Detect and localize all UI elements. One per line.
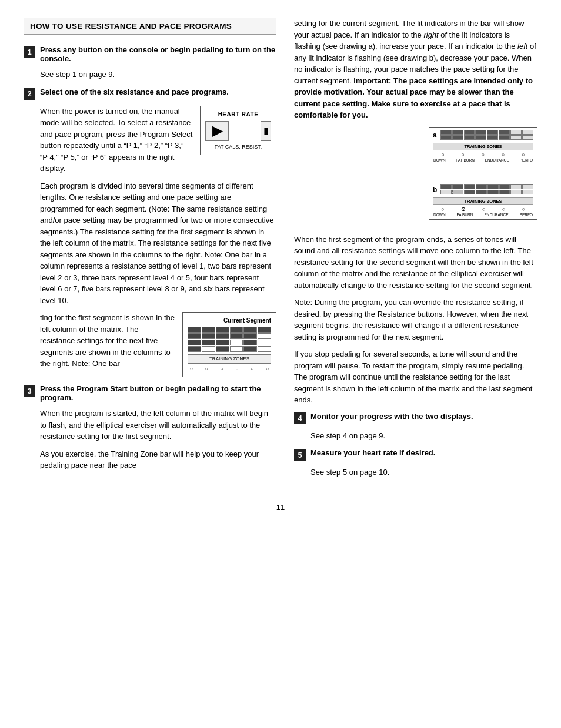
step-5-title: Measure your heart rate if desired.	[310, 448, 435, 457]
fig-a-grid-container	[440, 130, 533, 141]
step-2-para2: Each program is divided into several tim…	[40, 180, 276, 307]
tz-cell	[487, 130, 498, 135]
matrix-cell	[202, 327, 215, 333]
section-header: HOW TO USE RESISTANCE AND PACE PROGRAMS	[24, 18, 276, 35]
tz-cell	[440, 184, 452, 189]
tz-cell	[510, 130, 522, 135]
training-zones-bar: TRAINING ZONES	[188, 354, 271, 364]
fig-a-dots: ○○○○○	[433, 151, 533, 158]
matrix-inline-figure: ting for the first segment is shown in t…	[40, 312, 276, 377]
matrix-cell	[202, 333, 215, 339]
matrix-cell	[202, 340, 215, 345]
step-3-para4: Note: During the program, you can overri…	[294, 297, 537, 343]
right-intro-text: setting for the current segment. The lit…	[294, 18, 537, 121]
tz-cell	[487, 184, 499, 189]
tz-cell	[510, 184, 522, 189]
heart-rate-figure: HEART RATE ▶ ▮ FAT CALS. RESIST.	[200, 106, 276, 156]
matrix-cell	[243, 327, 257, 333]
tz-cell	[476, 190, 487, 194]
matrix-cell	[258, 333, 271, 339]
tz-cell	[476, 184, 487, 189]
zone-label-perfo-b: PERFO	[520, 213, 533, 217]
right-figures: a	[294, 127, 537, 228]
step-3-body-left: When the program is started, the left co…	[40, 408, 276, 471]
tz-cell	[499, 184, 510, 189]
matrix-cell	[230, 340, 243, 345]
matrix-inline-text: ting for the first segment is shown in t…	[40, 312, 175, 370]
right-display: ▮	[261, 121, 271, 141]
tz-cell	[510, 135, 522, 140]
matrix-cell	[188, 327, 201, 333]
matrix-cell	[230, 346, 243, 352]
figure-b: b	[429, 182, 537, 220]
fig-b-zone-labels: DOWN FA BURN ENDURANCE PERFO	[433, 213, 533, 217]
zone-label-endurance: ENDURANCE	[485, 158, 509, 162]
tz-cell	[452, 184, 463, 189]
tz-cell	[440, 135, 452, 140]
matrix-cell	[230, 327, 243, 333]
training-zones-label-a: TRAINING ZONES	[433, 143, 533, 150]
step-2-text-1: When the power is turned on, the manual …	[40, 106, 193, 180]
matrix-cell	[188, 333, 201, 339]
fat-cals-label: FAT CALS. RESIST.	[205, 143, 271, 152]
matrix-cell	[243, 340, 257, 345]
zone-dots: ○○○○○○	[188, 365, 271, 373]
step-5-para: See step 5 on page 10.	[310, 467, 537, 478]
page: HOW TO USE RESISTANCE AND PACE PROGRAMS …	[0, 0, 561, 728]
fig-b-letter: b	[433, 186, 437, 194]
tz-cell	[487, 190, 499, 194]
right-column: setting for the current segment. The lit…	[294, 18, 537, 485]
matrix-cell	[188, 346, 201, 352]
step-3-para3: When the first segment of the program en…	[294, 234, 537, 291]
display-row: ▶ ▮	[205, 121, 271, 141]
step-4-title: Monitor your progress with the two displ…	[310, 412, 473, 421]
step-1-number: 1	[24, 46, 35, 58]
tz-cell	[475, 130, 486, 135]
step-2-number: 2	[24, 88, 35, 100]
step-3-para2-start: As you exercise, the Training Zone bar w…	[40, 448, 276, 471]
tz-cell	[452, 135, 463, 140]
step-2-para1: When the power is turned on, the manual …	[40, 106, 193, 175]
step-4-block: 4 Monitor your progress with the two dis…	[294, 412, 537, 424]
tz-cell	[452, 190, 463, 194]
step-5-number: 5	[294, 449, 306, 461]
tz-cell	[452, 130, 463, 135]
tz-cell	[464, 135, 475, 140]
zone-label-perfo: PERFO	[520, 158, 533, 162]
figure-a: a	[429, 127, 537, 165]
matrix-grid	[188, 327, 271, 352]
fig-b-grid	[440, 184, 533, 194]
step-3-para5: If you stop pedaling for several seconds…	[294, 348, 537, 406]
step-1-title: Press any button on the console or begin…	[40, 45, 276, 63]
page-number: 11	[24, 503, 537, 512]
tz-cell	[487, 135, 498, 140]
step-4-para: See step 4 on page 9.	[310, 430, 537, 442]
step-2-body: When the power is turned on, the manual …	[40, 106, 276, 378]
step-3-number: 3	[24, 385, 35, 397]
matrix-cell	[230, 333, 243, 339]
step-4-number: 4	[294, 412, 306, 424]
matrix-cell	[188, 340, 201, 345]
step-3-block: 3 Press the Program Start button or begi…	[24, 384, 276, 402]
matrix-cell	[258, 327, 271, 333]
fig-a-zone-labels: DOWN FAT BURN ENDURANCE PERFO	[433, 158, 533, 162]
step-2-inline-figure: When the power is turned on, the manual …	[40, 106, 276, 180]
left-display: ▶	[205, 121, 229, 141]
step-3-title: Press the Program Start button or begin …	[40, 384, 276, 402]
step-1-block: 1 Press any button on the console or beg…	[24, 45, 276, 63]
zone-label-down-b: DOWN	[433, 213, 446, 217]
matrix-cell	[243, 346, 257, 352]
matrix-cell	[216, 340, 229, 345]
tz-cell	[522, 135, 533, 140]
fig-b-grid-container	[440, 184, 533, 196]
step-2-block: 2 Select one of the six resistance and p…	[24, 88, 276, 100]
zone-label-fatburn: FAT BURN	[456, 158, 475, 162]
zone-label-fatburn-b: FA BURN	[457, 213, 473, 217]
matrix-figure: Current Segment	[182, 312, 276, 377]
tz-cell	[440, 190, 452, 194]
tz-cell	[522, 190, 533, 194]
tz-cell	[440, 130, 452, 135]
tz-cell	[522, 184, 533, 189]
tz-cell	[499, 190, 510, 194]
step-4-body: See step 4 on page 9.	[310, 430, 537, 442]
